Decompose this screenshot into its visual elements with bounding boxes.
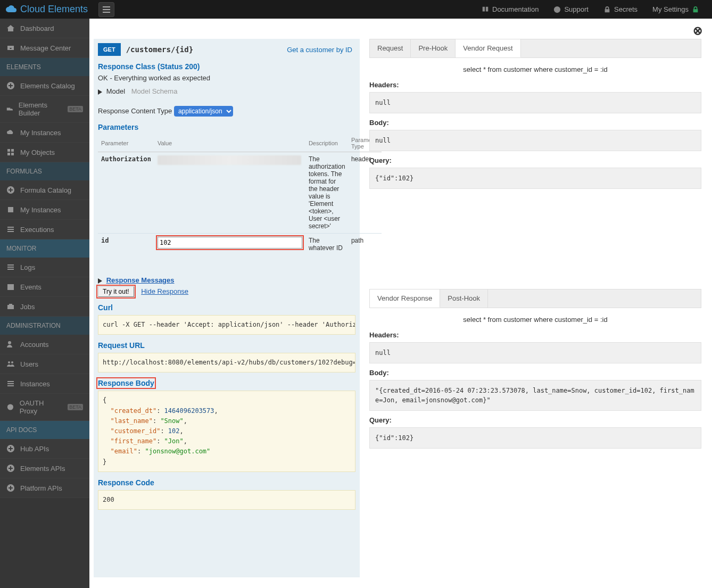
model-tab[interactable]: Model xyxy=(106,87,125,95)
th-description: Description xyxy=(305,135,348,152)
svg-point-3 xyxy=(8,341,11,344)
main-content: ⊗ GET /customers/{id} Get a customer by … xyxy=(89,19,712,588)
sidebar-label: My Objects xyxy=(20,148,55,156)
param-row-authorization: Authorization The authorization tokens. … xyxy=(98,152,382,234)
method-badge: GET xyxy=(98,43,121,56)
parameters-table: Parameter Value Description Parameter Ty… xyxy=(98,135,382,255)
hamburger-icon[interactable] xyxy=(98,2,114,17)
param-description: The whatever ID xyxy=(305,234,348,255)
sidebar-section-administration: ADMINISTRATION xyxy=(0,317,89,335)
svg-point-0 xyxy=(554,6,560,12)
operation-summary: Get a customer by ID xyxy=(287,46,355,54)
parameters-heading: Parameters xyxy=(98,123,355,131)
sidebar-label: Accounts xyxy=(20,341,48,349)
sidebar-label: Users xyxy=(20,360,38,368)
query-label: Query: xyxy=(369,416,701,424)
cloud-icon xyxy=(6,128,15,137)
response-ok-text: OK - Everything worked as expected xyxy=(98,74,355,82)
sidebar-label: Elements Builder xyxy=(19,101,60,117)
headers-label: Headers: xyxy=(369,331,701,339)
content-type-label: Response Content Type xyxy=(98,107,172,115)
vendor-query-text: select * from customer where customer_id… xyxy=(369,65,701,73)
lock-icon xyxy=(603,6,611,13)
sidebar-item-my-instances[interactable]: My Instances xyxy=(0,123,89,143)
sidebar-item-events[interactable]: Events xyxy=(0,277,89,297)
sidebar-item-hub-apis[interactable]: Hub APIs xyxy=(0,439,89,459)
sidebar-item-elements-apis[interactable]: Elements APIs xyxy=(0,459,89,478)
tab-posthook[interactable]: Post-Hook xyxy=(440,289,488,308)
topnav-mysettings[interactable]: My Settings xyxy=(645,0,707,19)
tab-vendor-request[interactable]: Vendor Request xyxy=(456,39,520,57)
sidebar-label: Formula Catalog xyxy=(20,186,71,194)
th-value: Value xyxy=(154,135,305,152)
headers-box: null xyxy=(369,92,701,113)
th-parameter: Parameter xyxy=(98,135,154,152)
hide-response-link[interactable]: Hide Response xyxy=(141,287,188,295)
truck-icon xyxy=(6,105,13,113)
model-schema-tab[interactable]: Model Schema xyxy=(131,87,178,95)
close-icon[interactable]: ⊗ xyxy=(693,24,702,38)
puzzle-icon xyxy=(6,205,15,214)
svg-point-4 xyxy=(8,361,10,363)
id-input[interactable] xyxy=(158,237,302,249)
plus-circle-icon xyxy=(6,464,15,473)
sidebar-label: Message Center xyxy=(20,44,71,52)
info-icon xyxy=(553,6,561,13)
topnav-support-label: Support xyxy=(564,5,589,13)
inbox-icon xyxy=(6,44,15,52)
body-box: "{created_dt=2016-05-24 07:23:23.573078,… xyxy=(369,380,701,411)
plus-circle-icon xyxy=(6,444,15,453)
home-icon xyxy=(6,24,15,32)
sidebar-label: Hub APIs xyxy=(20,445,49,453)
sidebar-item-my-objects[interactable]: My Objects xyxy=(0,143,89,162)
sidebar-item-users[interactable]: Users xyxy=(0,354,89,374)
sidebar-item-dashboard[interactable]: Dashboard xyxy=(0,19,89,38)
sidebar-item-instances[interactable]: Instances xyxy=(0,374,89,394)
grid-icon xyxy=(6,148,15,156)
sidebar-item-oauth-proxy[interactable]: OAUTH Proxy BETA xyxy=(0,394,89,421)
sidebar-section-apidocs: API DOCS xyxy=(0,421,89,439)
sidebar-section-monitor: MONITOR xyxy=(0,239,89,258)
list-icon xyxy=(6,379,15,388)
sidebar-item-message-center[interactable]: Message Center xyxy=(0,38,89,58)
topnav-documentation[interactable]: Documentation xyxy=(474,0,546,19)
response-tabs: Vendor Response Post-Hook xyxy=(369,289,701,308)
try-it-out-button[interactable]: Try it out! xyxy=(98,286,134,297)
body-label: Body: xyxy=(369,119,701,127)
sidebar-item-accounts[interactable]: Accounts xyxy=(0,335,89,354)
sidebar-label: My Instances xyxy=(20,129,61,137)
topnav-support[interactable]: Support xyxy=(546,0,596,19)
sidebar-label: Logs xyxy=(20,263,35,271)
content-type-select[interactable]: application/json xyxy=(174,106,233,117)
topnav-mysettings-label: My Settings xyxy=(652,5,689,13)
beta-badge: BETA xyxy=(68,404,83,410)
sidebar-item-elements-catalog[interactable]: Elements Catalog xyxy=(0,76,89,96)
tab-request[interactable]: Request xyxy=(370,39,411,57)
sidebar-item-elements-builder[interactable]: Elements Builder BETA xyxy=(0,96,89,123)
tab-prehook[interactable]: Pre-Hook xyxy=(411,39,456,57)
response-messages-link[interactable]: Response Messages xyxy=(106,276,175,284)
topnav-secrets[interactable]: Secrets xyxy=(596,0,645,19)
sidebar-item-executions[interactable]: Executions xyxy=(0,220,89,239)
sidebar-label: Events xyxy=(20,283,42,291)
curl-box: curl -X GET --header 'Accept: applicatio… xyxy=(98,315,355,335)
request-url-box: http://localhost:8080/elements/api-v2/hu… xyxy=(98,353,355,372)
sidebar-item-formula-instances[interactable]: My Instances xyxy=(0,200,89,220)
operation-header[interactable]: GET /customers/{id} Get a customer by ID xyxy=(98,43,355,56)
sidebar-label: Elements APIs xyxy=(20,465,65,473)
sidebar-item-jobs[interactable]: Jobs xyxy=(0,297,89,317)
response-class-heading: Response Class (Status 200) xyxy=(98,62,355,71)
calendar-icon xyxy=(6,283,15,291)
users-icon xyxy=(6,340,15,349)
sidebar: Dashboard Message Center ELEMENTS Elemen… xyxy=(0,19,89,588)
brand-logo[interactable]: Cloud Elements xyxy=(5,4,88,15)
api-try-panel: GET /customers/{id} Get a customer by ID… xyxy=(94,39,360,577)
sidebar-item-platform-apis[interactable]: Platform APIs xyxy=(0,478,89,498)
sidebar-item-logs[interactable]: Logs xyxy=(0,258,89,277)
headers-box: null xyxy=(369,342,701,363)
body-box: null xyxy=(369,130,701,151)
tab-vendor-response[interactable]: Vendor Response xyxy=(370,289,440,308)
list-icon xyxy=(6,263,15,271)
sidebar-item-formula-catalog[interactable]: Formula Catalog xyxy=(0,180,89,200)
briefcase-icon xyxy=(6,302,15,311)
